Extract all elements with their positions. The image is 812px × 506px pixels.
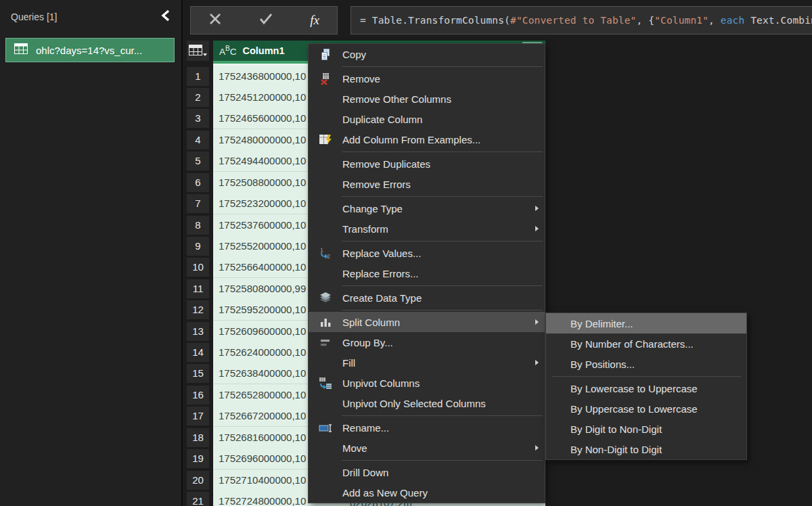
row-number: 18 xyxy=(187,428,209,447)
menu-item-remove-errors[interactable]: Remove Errors xyxy=(309,174,545,194)
menu-item-group-by[interactable]: Group By... xyxy=(309,332,545,352)
row-number: 3 xyxy=(187,109,209,128)
row-number: 17 xyxy=(187,407,209,426)
menu-item-remove[interactable]: Remove xyxy=(309,68,545,89)
menu-item-drill-down[interactable]: Drill Down xyxy=(309,462,545,482)
create-data-type-icon xyxy=(309,292,342,304)
group-by-icon xyxy=(309,336,342,349)
svg-text:1: 1 xyxy=(320,247,323,254)
row-number: 13 xyxy=(187,322,209,341)
menu-item-label: Remove xyxy=(342,73,380,85)
menu-item-unpivot-columns[interactable]: Unpivot Columns xyxy=(309,373,545,393)
menu-item-label: Unpivot Only Selected Columns xyxy=(342,398,486,409)
copy-icon xyxy=(309,48,342,61)
text-type-icon: ABC xyxy=(219,45,236,57)
menu-item-unpivot-only-selected-columns[interactable]: Unpivot Only Selected Columns xyxy=(309,393,545,413)
menu-item-rename[interactable]: Rename... xyxy=(309,417,545,438)
formula-token: , { xyxy=(636,15,654,26)
menu-item-label: Change Type xyxy=(342,203,403,214)
split-column-icon xyxy=(309,316,342,329)
menu-item-label: Move xyxy=(342,442,367,454)
menu-item-by-number-of-characters[interactable]: By Number of Characters... xyxy=(546,334,746,354)
menu-item-by-positions[interactable]: By Positions... xyxy=(546,354,746,374)
menu-item-label: Replace Errors... xyxy=(342,268,419,279)
formula-token: Text.Combine xyxy=(744,15,812,26)
menu-item-label: By Uppercase to Lowercase xyxy=(570,403,698,415)
row-number: 16 xyxy=(187,386,209,405)
menu-item-by-non-digit-to-digit[interactable]: By Non-Digit to Digit xyxy=(546,439,746,459)
row-number: 6 xyxy=(187,173,209,192)
menu-item-by-lowercase-to-uppercase[interactable]: By Lowercase to Uppercase xyxy=(546,378,746,398)
row-number: 5 xyxy=(187,152,209,170)
menu-item-remove-other-columns[interactable]: Remove Other Columns xyxy=(309,89,545,109)
cancel-icon[interactable] xyxy=(208,12,222,28)
queries-pane: Queries [1] ohlc?days=14?vs_cur... xyxy=(0,0,183,506)
menu-item-add-column-from-examples[interactable]: Add Column From Examples... xyxy=(309,129,545,150)
row-number: 19 xyxy=(187,449,209,468)
add-column-from-examples-icon xyxy=(309,133,342,146)
formula-token: each xyxy=(721,15,745,26)
submenu-arrow-icon xyxy=(535,360,539,365)
menu-item-label: By Positions... xyxy=(570,359,635,370)
menu-item-remove-duplicates[interactable]: Remove Duplicates xyxy=(309,154,545,174)
fx-icon[interactable]: fx xyxy=(310,13,319,28)
menu-item-replace-values[interactable]: 12Replace Values... xyxy=(309,243,545,263)
replace-values-icon: 12 xyxy=(309,247,342,260)
submenu-arrow-icon xyxy=(535,319,539,325)
menu-item-label: Add Column From Examples... xyxy=(342,134,480,145)
row-number: 21 xyxy=(187,492,209,506)
menu-item-move[interactable]: Move xyxy=(309,438,545,458)
column-name: Column1 xyxy=(242,45,284,56)
formula-token: "Column1" xyxy=(654,15,708,26)
row-number: 12 xyxy=(187,300,209,319)
rename-icon xyxy=(309,421,342,434)
formula-token: , xyxy=(708,15,721,26)
row-number: 9 xyxy=(187,237,209,256)
menu-item-transform[interactable]: Transform xyxy=(309,218,545,239)
menu-item-label: Duplicate Column xyxy=(342,114,422,125)
split-column-submenu: By Delimiter...By Number of Characters..… xyxy=(545,313,747,460)
menu-item-label: Copy xyxy=(342,49,366,60)
menu-item-label: By Non-Digit to Digit xyxy=(570,444,662,455)
query-item[interactable]: ohlc?days=14?vs_cur... xyxy=(5,38,175,62)
table-icon xyxy=(14,43,28,57)
menu-item-label: Group By... xyxy=(342,337,393,348)
remove-column-icon xyxy=(309,72,342,85)
row-number: 15 xyxy=(187,364,209,383)
menu-item-label: Fill xyxy=(342,357,355,369)
menu-item-by-delimiter[interactable]: By Delimiter... xyxy=(546,313,746,334)
queries-pane-title: Queries [1] xyxy=(11,12,57,22)
row-number: 1 xyxy=(187,67,209,86)
column-context-menu: CopyRemoveRemove Other ColumnsDuplicate … xyxy=(308,43,545,503)
menu-item-label: By Digit to Non-Digit xyxy=(570,423,662,435)
row-number: 20 xyxy=(187,471,209,490)
submenu-arrow-icon xyxy=(535,206,539,211)
menu-item-split-column[interactable]: Split Column xyxy=(309,312,545,332)
menu-item-fill[interactable]: Fill xyxy=(309,352,545,373)
formula-toolbar: fx xyxy=(190,6,338,34)
menu-item-label: Remove Other Columns xyxy=(342,93,451,105)
menu-item-label: By Delimiter... xyxy=(570,318,633,329)
submenu-arrow-icon xyxy=(535,445,539,451)
menu-item-label: By Lowercase to Uppercase xyxy=(570,383,698,394)
menu-item-by-uppercase-to-lowercase[interactable]: By Uppercase to Lowercase xyxy=(546,398,746,419)
row-number: 4 xyxy=(187,131,209,150)
formula-token: = Table.TransformColumns( xyxy=(360,15,510,26)
menu-item-duplicate-column[interactable]: Duplicate Column xyxy=(309,109,545,129)
query-name: ohlc?days=14?vs_cur... xyxy=(36,45,142,56)
collapse-pane-icon[interactable] xyxy=(160,9,173,22)
menu-item-add-as-new-query[interactable]: Add as New Query xyxy=(309,482,545,503)
menu-item-copy[interactable]: Copy xyxy=(309,44,545,64)
unpivot-columns-icon xyxy=(309,377,342,390)
submenu-arrow-icon xyxy=(535,226,539,231)
menu-item-replace-errors[interactable]: Replace Errors... xyxy=(309,263,545,283)
menu-item-by-digit-to-non-digit[interactable]: By Digit to Non-Digit xyxy=(546,419,746,439)
menu-item-change-type[interactable]: Change Type xyxy=(309,198,545,218)
formula-token: #"Converted to Table" xyxy=(510,15,636,26)
check-icon[interactable] xyxy=(258,12,273,28)
menu-item-label: Replace Values... xyxy=(342,248,421,259)
select-all-button[interactable] xyxy=(187,41,209,61)
menu-item-create-data-type[interactable]: Create Data Type xyxy=(309,288,545,308)
row-number: 8 xyxy=(187,216,209,235)
formula-input[interactable]: = Table.TransformColumns(#"Converted to … xyxy=(351,6,812,34)
